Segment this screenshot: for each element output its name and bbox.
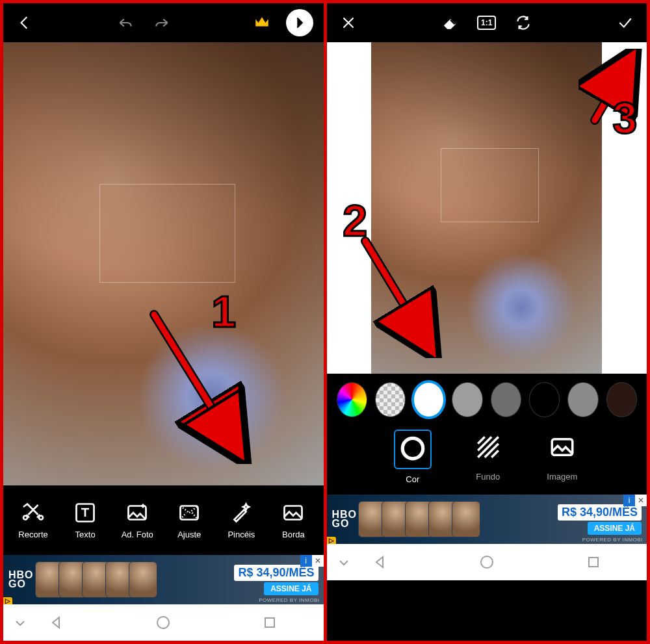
ad-cta[interactable]: ASSINE JÁ <box>264 582 318 595</box>
back-button[interactable] <box>14 12 36 34</box>
undo-button[interactable] <box>114 12 136 34</box>
close-button[interactable] <box>337 12 359 34</box>
nav-home-button[interactable] <box>478 553 496 571</box>
tool-label: Ad. Foto <box>122 530 153 539</box>
svg-rect-9 <box>265 618 274 627</box>
tool-label: Ajuste <box>177 530 201 539</box>
swatch-color-wheel[interactable] <box>337 383 367 417</box>
mode-cor[interactable]: Cor <box>394 430 432 484</box>
right-screenshot: 1:1 2 3 <box>324 3 647 641</box>
image-icon <box>549 433 576 461</box>
aspect-ratio-button[interactable]: 1:1 <box>476 12 498 34</box>
nav-collapse-icon[interactable] <box>11 613 29 632</box>
ad-price: R$ 34,90/MÊS <box>558 504 642 521</box>
ad-info-icon[interactable]: i <box>300 555 312 567</box>
brush-magic-icon <box>229 501 253 524</box>
photo-preview <box>371 42 602 374</box>
nav-home-button[interactable] <box>154 613 172 632</box>
swatch-brown[interactable] <box>607 383 636 417</box>
fit-mode-tabs: Cor Fundo Imagem <box>327 430 647 493</box>
mode-label: Cor <box>406 474 419 484</box>
pattern-icon <box>474 433 502 461</box>
editor-topbar <box>3 3 324 42</box>
mode-label: Imagem <box>547 472 577 482</box>
swatch-grey-2[interactable] <box>491 383 521 417</box>
android-navbar <box>327 544 647 580</box>
tool-add-photo[interactable]: Ad. Foto <box>111 500 163 539</box>
ad-cta[interactable]: ASSINE JÁ <box>588 522 642 535</box>
tool-row: Recorte Texto Ad. Foto Ajuste Pincéis Bo… <box>3 485 324 554</box>
tool-recorte[interactable]: Recorte <box>7 500 59 539</box>
swatch-grey-1[interactable] <box>452 383 482 417</box>
circle-icon <box>399 435 426 462</box>
swatch-white[interactable] <box>414 383 443 417</box>
fit-topbar: 1:1 <box>327 3 647 42</box>
photo-preview <box>3 42 324 485</box>
tool-label: Recorte <box>18 530 48 539</box>
ad-banner[interactable]: HBOGO R$ 34,90/MÊS ASSINE JÁ i ✕ ▷ POWER… <box>327 493 647 544</box>
ad-characters <box>40 561 157 598</box>
svg-point-8 <box>157 617 169 628</box>
adchoices-icon[interactable]: ▷ <box>3 597 12 604</box>
ad-characters <box>363 501 480 537</box>
ad-price: R$ 34,90/MÊS <box>234 565 318 581</box>
nav-back-button[interactable] <box>371 553 389 571</box>
text-icon <box>73 501 97 524</box>
tool-texto[interactable]: Texto <box>59 500 111 539</box>
redo-button[interactable] <box>151 12 173 34</box>
editor-canvas[interactable]: 1 <box>3 42 324 485</box>
tool-label: Pincéis <box>228 530 255 539</box>
nav-recent-button[interactable] <box>584 553 603 571</box>
scissors-icon <box>21 501 45 524</box>
svg-point-14 <box>402 438 423 459</box>
ad-close-icon[interactable]: ✕ <box>635 495 647 506</box>
mode-imagem[interactable]: Imagem <box>545 430 580 482</box>
mode-fundo[interactable]: Fundo <box>471 430 506 482</box>
tool-ajuste[interactable]: Ajuste <box>163 500 215 539</box>
tool-label: Texto <box>75 530 96 539</box>
border-icon <box>281 501 305 524</box>
nav-recent-button[interactable] <box>261 613 279 632</box>
left-screenshot: 1 Recorte Texto Ad. Foto <box>3 3 324 641</box>
confirm-button[interactable] <box>614 12 636 34</box>
eraser-button[interactable] <box>439 12 462 34</box>
ad-powered: POWERED BY INMOBI <box>259 597 319 603</box>
next-button[interactable] <box>286 9 313 36</box>
ad-info-icon[interactable]: i <box>623 495 635 506</box>
ad-brand: HBOGO <box>332 510 358 529</box>
reset-button[interactable] <box>512 12 534 34</box>
fit-canvas[interactable]: 2 3 <box>327 42 647 374</box>
swatch-black[interactable] <box>530 383 559 417</box>
ad-powered: POWERED BY INMOBI <box>582 537 643 543</box>
color-swatches <box>327 383 647 430</box>
tool-label: Borda <box>282 530 305 539</box>
tool-pinceis[interactable]: Pincéis <box>215 500 267 539</box>
nav-back-button[interactable] <box>47 613 66 632</box>
color-picker: Cor Fundo Imagem <box>327 374 647 493</box>
tool-borda[interactable]: Borda <box>267 500 319 539</box>
premium-crown-icon[interactable] <box>252 13 272 32</box>
svg-rect-17 <box>589 558 598 567</box>
fit-icon <box>177 501 201 524</box>
ad-brand: HBOGO <box>8 571 34 589</box>
swatch-grey-3[interactable] <box>568 383 597 417</box>
svg-rect-7 <box>285 506 302 520</box>
ad-close-icon[interactable]: ✕ <box>312 555 324 567</box>
adchoices-icon[interactable]: ▷ <box>327 537 336 544</box>
nav-collapse-icon[interactable] <box>335 553 353 571</box>
ad-banner[interactable]: HBOGO R$ 34,90/MÊS ASSINE JÁ i ✕ ▷ POWER… <box>3 554 324 604</box>
android-navbar <box>3 604 324 641</box>
mode-label: Fundo <box>476 472 500 482</box>
swatch-transparent[interactable] <box>376 383 405 417</box>
svg-point-16 <box>481 556 493 568</box>
add-photo-icon <box>125 501 149 524</box>
